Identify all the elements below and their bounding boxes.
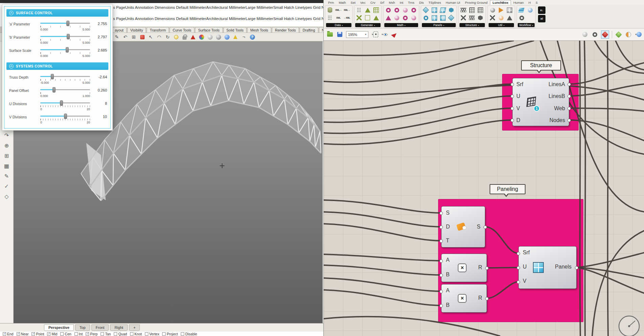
tab-visibility[interactable]: Visibility [127,27,146,33]
preview-off-sphere-icon[interactable] [581,31,588,38]
port-in-b[interactable] [439,304,443,308]
slider-thumb[interactable] [66,21,69,26]
u-divisions-slider[interactable]: 020 [40,100,90,111]
gh-tab-lunchbox[interactable]: LunchBox [490,0,511,5]
gh-tab-h[interactable]: H [526,0,533,5]
ribbon-label-structure[interactable]: Structure [459,23,485,27]
layers-icon[interactable] [518,6,525,14]
dock-grid-icon[interactable]: ⊞ [4,153,9,159]
slider-thumb[interactable] [60,100,63,106]
port-out-panels[interactable] [575,266,578,270]
gh-tab-proving-ground[interactable]: Proving Ground [463,0,490,5]
structure-component[interactable]: SrfLinesA ULinesB VWeb DNodes 1 [512,78,569,126]
hex-panels-icon[interactable] [448,6,455,14]
tab-drafting[interactable]: Drafting [300,27,318,33]
half-sphere-icon[interactable] [625,31,632,38]
rendered-sphere-icon[interactable] [224,34,230,40]
x-frame-icon[interactable] [489,14,496,21]
port-out-web[interactable] [567,107,571,110]
grid-shell-icon[interactable] [477,6,484,14]
pencil-icon[interactable]: ✎ [114,34,120,40]
osnap-knot[interactable]: Knot [130,332,142,336]
port-in-srf[interactable] [511,83,514,86]
paneling-group-label[interactable]: Paneling [490,184,525,194]
dock-draw-icon[interactable]: ✎ [4,173,9,179]
port-in-b[interactable] [439,274,443,277]
v-divisions-slider[interactable]: 020 [40,113,90,124]
preview-shaded-selected[interactable] [601,31,609,39]
delete-icon[interactable] [139,34,145,40]
tab-layout[interactable]: ayout [112,27,127,33]
panel-offset-slider[interactable]: 0.0001.000 [40,87,90,98]
gh-tab-tsplines[interactable]: TSplines [426,0,444,5]
slider-thumb[interactable] [64,114,67,119]
port-out-nodes[interactable] [567,119,571,122]
lamp-icon[interactable] [173,34,179,40]
tab-curve-tools[interactable]: Curve Tools [170,27,194,33]
gh-tab-msh[interactable]: Msh [387,0,398,5]
grasshopper-canvas[interactable]: Structure Paneling SrfLinesA ULinesB VWe… [324,41,644,336]
data-list-icon[interactable] [326,14,334,21]
surface-scale-slider[interactable]: 0.0005.000 [40,47,90,58]
truss-depth-slider[interactable]: -5.0005.000 [40,74,90,84]
osnap-disable[interactable]: Disable [181,332,197,336]
blue-sphere-icon[interactable] [635,31,642,38]
xml-import-icon[interactable]: ←XML [343,14,350,21]
b-parameter-slider[interactable]: 0.0005.000 [40,34,90,44]
port-in-srf[interactable] [517,252,520,255]
diagrid-structure-icon[interactable] [468,14,475,21]
port-in-a[interactable] [439,259,443,263]
collapse-icon[interactable] [9,64,14,68]
open-file-icon[interactable] [326,31,334,38]
slider-thumb[interactable] [66,47,69,53]
viewport-tab-perspective[interactable]: Perspective [44,324,74,331]
ribbon-label-data[interactable]: Data [326,23,351,27]
gh-tab-crv[interactable]: Crv [368,0,378,5]
shaded-sphere-icon[interactable] [207,34,213,40]
loop-curve-icon[interactable] [402,6,409,14]
surface-control-header[interactable]: SURFACE CONTROL [6,9,108,17]
gh-tab-human[interactable]: Human [511,0,526,5]
bracket-icon[interactable]: ¬ [241,34,247,40]
ribbon-label-panels[interactable]: Panels [422,23,456,27]
viewport-layout-icon[interactable]: ⊞ [131,34,137,40]
gh-tab-s[interactable]: S [533,0,540,5]
structure-group-label[interactable]: Structure [521,60,561,71]
sphere-surface-icon[interactable] [393,14,400,21]
ribbon-label-util[interactable]: Util [489,23,514,27]
dock-hatch-icon[interactable]: ▦ [4,163,9,169]
collapse-icon[interactable] [9,11,14,15]
unroll-surface-icon[interactable] [497,6,505,14]
ghost-object-icon[interactable] [518,14,525,21]
save-file-icon[interactable] [336,31,343,38]
space-truss-icon[interactable] [468,6,475,14]
gh-tab-set[interactable]: Set [348,0,358,5]
xml-tree-icon[interactable]: XML [335,14,342,21]
preview-eye-icon[interactable] [381,31,388,38]
undo-icon[interactable]: ↶ [122,34,128,40]
port-in-u[interactable] [517,266,520,270]
diagrid-panels-icon[interactable] [448,14,455,21]
staggered-panels-icon[interactable] [422,14,429,21]
braced-rows-icon[interactable] [431,14,438,21]
zoom-select[interactable]: 195% [346,31,368,38]
osnap-vertex[interactable]: Vertex [145,332,159,336]
quad-panels-icon[interactable] [431,6,438,14]
port-in-u[interactable] [511,95,514,98]
braced-grid-icon[interactable] [460,14,467,21]
port-in-d[interactable] [511,119,514,122]
color-wheel-icon[interactable] [198,34,205,40]
port-in-d[interactable] [439,225,443,229]
port-in-v[interactable] [517,280,520,284]
port-in-a[interactable] [439,290,443,293]
paint-canvas-icon[interactable] [391,31,398,38]
checker-swatch-icon[interactable] [506,6,513,14]
tab-transform[interactable]: Transform [147,27,169,33]
pyramid-icon[interactable] [372,14,380,21]
multiply-component-2[interactable]: A B R × [441,284,487,313]
gh-tab-trns[interactable]: Trns [406,0,417,5]
slider-thumb[interactable] [67,34,70,39]
a-parameter-slider[interactable]: 0.0005.000 [40,20,90,31]
panels-component[interactable]: Srf U V Panels [518,246,577,289]
ghosted-sphere-icon[interactable] [215,34,221,40]
